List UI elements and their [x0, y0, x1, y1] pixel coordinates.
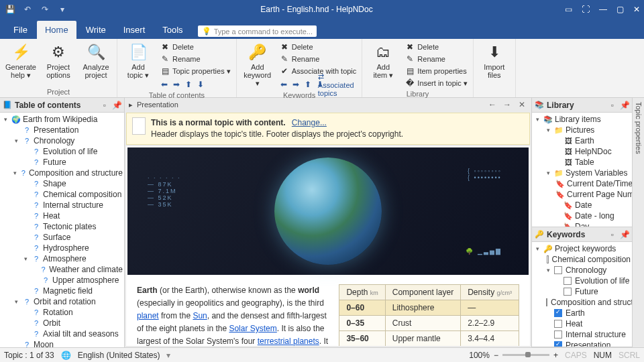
ribbon--rename[interactable]: ✎Rename — [278, 54, 358, 64]
ribbon-minimize-icon[interactable]: ▭ — [565, 5, 572, 14]
tree-node[interactable]: Heat — [532, 318, 632, 329]
tab-file[interactable]: File — [5, 21, 36, 39]
tree-node[interactable]: ?Moon — [0, 339, 124, 347]
notice-change-link[interactable]: Change... — [292, 118, 327, 127]
ribbon--delete[interactable]: ✖Delete — [404, 42, 468, 52]
tree-node[interactable]: ?Rotation — [0, 307, 124, 318]
tree-node[interactable]: 🔖Day — [532, 221, 632, 227]
tree-node[interactable]: 🔖Current Page Number — [532, 189, 632, 200]
tab-tools[interactable]: Tools — [154, 21, 191, 39]
topic-editor[interactable]: · · · · · ·— 87K— 7.1M— 52K— 35K { ◦◦◦◦◦… — [126, 146, 530, 346]
move-arrow[interactable]: ⬅ — [278, 79, 289, 90]
zoom-out-icon[interactable]: − — [494, 351, 498, 360]
article-body[interactable]: Earth (or the Earth), otherwise known as… — [137, 284, 328, 346]
checkbox[interactable] — [554, 330, 562, 339]
topic-properties-tab[interactable]: Topic properties — [632, 98, 644, 347]
checkbox[interactable] — [546, 298, 547, 306]
tree-node[interactable]: 🔖Date - long — [532, 210, 632, 221]
tell-me-search[interactable]: 💡Type a command to execute... — [198, 25, 317, 37]
tree-node[interactable]: ?Tectonic plates — [0, 221, 124, 232]
panel-pin-icon[interactable]: ▫ — [608, 230, 617, 239]
nav-forward-icon[interactable]: → — [502, 100, 513, 109]
ribbon-analyze-project[interactable]: 🔍Analyzeproject — [79, 42, 113, 80]
tree-node[interactable]: ?Surface — [0, 232, 124, 243]
tab-write[interactable]: Write — [78, 21, 114, 39]
save-icon[interactable]: 💾 — [4, 3, 16, 15]
ribbon--insert-in-topic-[interactable]: � Insert in topic ▾ — [404, 78, 468, 88]
tree-root[interactable]: ▾📚Library items — [532, 114, 632, 125]
undo-icon[interactable]: ↶ — [21, 3, 34, 15]
tree-node[interactable]: Internal structure — [532, 329, 632, 340]
move-arrow[interactable]: ⬆ — [183, 79, 194, 90]
tree-node[interactable]: Future — [532, 286, 632, 297]
tree-node[interactable]: 🖼Table — [532, 157, 632, 168]
tree-node[interactable]: ?Weather and climate — [0, 264, 124, 275]
tree-node[interactable]: ?Hydrosphere — [0, 243, 124, 253]
move-arrow[interactable]: ➡ — [171, 79, 182, 90]
ribbon-add-topic-[interactable]: 📄Addtopic ▾ — [121, 42, 155, 80]
tree-node[interactable]: Earth — [532, 308, 632, 318]
ribbon--delete[interactable]: ✖Delete — [159, 42, 232, 52]
tree-node[interactable]: ▾?Orbit and rotation — [0, 296, 124, 307]
breadcrumb-item[interactable]: Presentation — [137, 101, 178, 109]
tree-root[interactable]: ▾🌍Earth from Wikipedia — [0, 114, 124, 125]
tree-node[interactable]: ▾?Atmosphere — [0, 253, 124, 264]
zoom-slider[interactable] — [502, 354, 549, 356]
ribbon--delete[interactable]: ✖Delete — [278, 42, 358, 52]
close-icon[interactable]: ✕ — [633, 5, 640, 14]
checkbox[interactable] — [554, 320, 562, 328]
tree-node[interactable]: Composition and structure — [532, 297, 632, 308]
minimize-icon[interactable]: — — [599, 5, 607, 14]
toc-tree[interactable]: ▾🌍Earth from Wikipedia?Presentation▾?Chr… — [0, 113, 124, 347]
tree-node[interactable]: ?Future — [0, 157, 124, 168]
checkbox[interactable] — [554, 309, 562, 317]
tree-node[interactable]: ▾📁System Variables — [532, 168, 632, 178]
nav-back-icon[interactable]: ← — [487, 100, 498, 109]
status-language[interactable]: English (United States) — [78, 351, 160, 360]
move-arrow[interactable]: ⬆ — [303, 79, 313, 90]
tree-node[interactable]: ?Upper atmosphere — [0, 275, 124, 286]
ribbon--topic-properties-[interactable]: ▤Topic properties ▾ — [159, 66, 232, 76]
panel-pin-icon[interactable]: ▫ — [608, 101, 617, 110]
checkbox[interactable] — [564, 277, 572, 285]
panel-pin-icon[interactable]: ▫ — [100, 101, 109, 110]
tree-node[interactable]: 🔖Current Date/Time — [532, 178, 632, 189]
qat-more-icon[interactable]: ▾ — [56, 3, 68, 15]
panel-close-icon[interactable]: 📌 — [620, 230, 629, 239]
panel-close-icon[interactable]: 📌 — [620, 101, 629, 110]
tree-node[interactable]: 🖼Earth — [532, 135, 632, 146]
keywords-tree[interactable]: ▾🔑Project keywordsChemical composition▾C… — [532, 242, 632, 347]
move-arrow[interactable]: ➡ — [290, 79, 301, 90]
move-arrow[interactable]: ⬅ — [159, 79, 170, 90]
checkbox[interactable] — [554, 266, 562, 274]
breadcrumb-chevron[interactable]: ▸ — [129, 101, 133, 109]
ribbon-import-files[interactable]: ⬇Importfiles — [478, 42, 511, 80]
tree-node[interactable]: ?Axial tilt and seasons — [0, 328, 124, 339]
tree-node[interactable]: ▾?Chronology — [0, 135, 124, 146]
tree-node[interactable]: Presentation — [532, 340, 632, 347]
tree-node[interactable]: ?Internal structure — [0, 200, 124, 210]
zoom-in-icon[interactable]: + — [553, 351, 558, 360]
tree-node[interactable]: ▾📁Pictures — [532, 125, 632, 135]
tree-node[interactable]: ?Shape — [0, 178, 124, 189]
checkbox[interactable] — [554, 341, 562, 347]
tab-home[interactable]: Home — [37, 21, 76, 39]
tree-node[interactable]: ▾Chronology — [532, 265, 632, 276]
panel-close-icon[interactable]: 📌 — [112, 101, 121, 110]
tree-node[interactable]: 🖼HelpNDoc — [532, 146, 632, 157]
ribbon--rename[interactable]: ✎Rename — [404, 54, 468, 64]
tree-root[interactable]: ▾🔑Project keywords — [532, 243, 632, 254]
tab-insert[interactable]: Insert — [115, 21, 154, 39]
tree-node[interactable]: Chemical composition — [532, 254, 632, 265]
fullscreen-icon[interactable]: ⛶ — [582, 5, 590, 14]
tree-node[interactable]: ?Evolution of life — [0, 146, 124, 157]
library-tree[interactable]: ▾📚Library items▾📁Pictures🖼Earth🖼HelpNDoc… — [532, 113, 632, 227]
tree-node[interactable]: 🔖Date — [532, 200, 632, 210]
redo-icon[interactable]: ↷ — [39, 3, 51, 15]
maximize-icon[interactable]: ▢ — [616, 5, 624, 14]
move-arrow[interactable]: ⬇ — [195, 79, 206, 90]
tree-node[interactable]: Evolution of life — [532, 276, 632, 286]
ribbon-add-item-[interactable]: 🗂Additem ▾ — [366, 42, 400, 80]
tree-node[interactable]: ?Presentation — [0, 125, 124, 135]
tree-node[interactable]: ?Chemical composition — [0, 189, 124, 200]
